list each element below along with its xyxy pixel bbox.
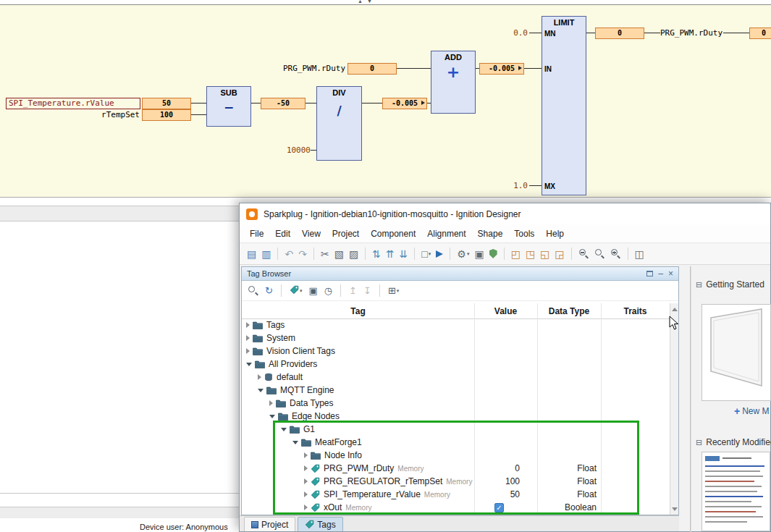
collapsed-arrow-icon[interactable] [246,348,250,354]
tree-row-mqtt-engine[interactable]: MQTT Engine [242,384,670,397]
tree-row-vision-client-tags[interactable]: Vision Client Tags [242,345,670,358]
tools-gear-icon[interactable]: ⚙▾ [457,249,469,259]
project-properties-icon[interactable]: ▣ [474,249,484,259]
minus-symbol: − [207,100,250,114]
tag-browser-header[interactable]: Tag Browser – × [242,267,678,281]
expanded-arrow-icon[interactable] [258,389,264,392]
zoom-in-icon[interactable] [610,248,621,259]
menu-project[interactable]: Project [326,226,365,242]
fbd-block-sub[interactable]: SUB − [206,86,251,127]
collapse-icon[interactable]: ⊟ [696,280,702,290]
tree-row-system[interactable]: System [242,332,670,345]
recently-modified-header[interactable]: ⊟ Recently Modified [696,437,771,447]
layout-top-left-icon[interactable]: ◰ [511,249,521,259]
fbd-var-spi-temperature[interactable]: SPI_Temperature.rValue [6,98,140,109]
window-title-bar[interactable]: Sparkplug - Ignition-debian10-ignition-m… [240,203,770,224]
tree-row-all-providers[interactable]: All Providers [242,358,670,371]
fbd-value-final-out[interactable]: 0 [749,28,771,39]
fbd-var-rtempset[interactable]: rTempSet [101,110,140,119]
fbd-block-limit[interactable]: LIMIT MN IN MX [542,16,586,195]
scroll-down-icon[interactable] [672,507,678,511]
device-browse-icon[interactable]: ▣ [308,286,317,295]
tab-tags[interactable]: Tags [298,517,342,531]
fbd-var-prg-pwm-rduty[interactable]: PRG_PWM.rDuty [283,64,345,73]
zoom-actual-icon[interactable] [594,248,605,259]
column-header-value[interactable]: Value [474,306,537,316]
cut-icon[interactable]: ✂ [321,249,329,259]
fbd-value-spi-temperature[interactable]: 50 [142,98,191,109]
fbd-value-prg-pwm[interactable]: 0 [347,63,397,75]
paste-icon[interactable]: ▨ [349,249,358,259]
menu-help[interactable]: Help [540,226,570,242]
splitter-down-icon[interactable]: ▼ [367,0,372,4]
save-all-icon[interactable]: ▥ [261,249,271,259]
z-order-icon[interactable]: ⇅ [372,249,381,259]
tree-row-data-types[interactable]: Data Types [242,397,670,410]
redo-icon[interactable]: ↷ [298,249,307,259]
collapsed-arrow-icon[interactable] [246,322,250,328]
toolbar-separator [414,248,415,260]
tree-row-tags[interactable]: Tags [242,318,670,332]
menu-component[interactable]: Component [365,226,421,242]
refresh-icon[interactable]: ↻ [265,286,273,295]
align-bottom-icon[interactable]: ⇊ [400,249,408,259]
align-top-icon[interactable]: ⇈ [386,249,395,259]
zoom-out-icon[interactable] [578,248,589,259]
recently-modified-thumbnail[interactable] [702,452,770,531]
tag-history-icon[interactable]: ◷ [324,286,332,295]
menu-file[interactable]: File [244,226,269,242]
splitter-up-icon[interactable]: ▲ [358,0,363,4]
menu-shape[interactable]: Shape [472,226,509,242]
collapsed-arrow-icon[interactable] [246,335,250,341]
column-options-icon[interactable]: ⊞▾ [388,286,399,295]
getting-started-header[interactable]: ⊟ Getting Started [696,279,771,290]
export-tags-icon[interactable]: ↧ [363,286,371,295]
float-panel-icon[interactable] [646,271,653,276]
dock-panels-icon[interactable]: ◫ [635,249,644,259]
minimize-panel-icon[interactable]: – [658,269,663,278]
fbd-value-sub-out[interactable]: -50 [261,98,306,109]
fbd-value-limit-out[interactable]: 0 [595,28,644,39]
preview-play-icon[interactable] [436,250,443,258]
expanded-arrow-icon[interactable] [269,415,275,418]
scroll-up-icon[interactable] [672,308,678,311]
fbd-block-div[interactable]: DIV / [316,86,362,161]
getting-started-title: Getting Started [706,279,764,290]
tag-browser-scrollbar[interactable] [670,303,678,515]
tab-project[interactable]: Project [244,517,295,531]
menu-edit[interactable]: Edit [269,226,296,242]
undo-icon[interactable]: ↶ [285,249,293,259]
fbd-value-rtempset[interactable]: 100 [142,109,191,121]
import-tags-icon[interactable]: ↥ [349,286,357,295]
column-header-datatype[interactable]: Data Type [537,306,601,316]
tree-row-default[interactable]: default [242,371,670,384]
fbd-value-div-out[interactable]: -0.005 [382,98,427,109]
collapsed-arrow-icon[interactable] [258,374,261,380]
layout-bottom-right-icon[interactable]: ◲ [555,249,564,259]
column-header-traits[interactable]: Traits [601,306,670,316]
menu-alignment[interactable]: Alignment [421,226,471,242]
close-panel-icon[interactable]: × [668,269,673,278]
fbd-block-add[interactable]: ADD + [431,51,476,114]
copy-icon[interactable]: ▧ [334,249,344,259]
save-icon[interactable]: ▤ [247,249,256,259]
wire [311,150,316,151]
getting-started-thumbnail[interactable] [702,304,771,401]
collapsed-arrow-icon[interactable] [269,400,273,406]
search-icon[interactable] [248,285,258,296]
layout-top-right-icon[interactable]: ◳ [526,249,535,259]
fbd-value-add-out[interactable]: -0.005 [479,63,524,75]
panel-divider[interactable] [690,266,691,532]
new-button[interactable]: + New M [734,405,770,417]
column-header-tag[interactable]: Tag [242,306,474,316]
folder-icon [253,347,263,355]
collapse-icon[interactable]: ⊟ [696,438,702,447]
new-tag-icon[interactable]: ▾ [290,285,303,296]
menu-view[interactable]: View [296,226,326,242]
menu-tools[interactable]: Tools [508,226,540,242]
security-shield-icon[interactable] [489,249,497,258]
layout-bottom-left-icon[interactable]: ◱ [540,249,549,259]
fbd-output-var[interactable]: PRG_PWM.rDuty [660,28,722,38]
expanded-arrow-icon[interactable] [246,363,252,366]
shape-tool-icon[interactable]: □▾ [421,249,431,259]
